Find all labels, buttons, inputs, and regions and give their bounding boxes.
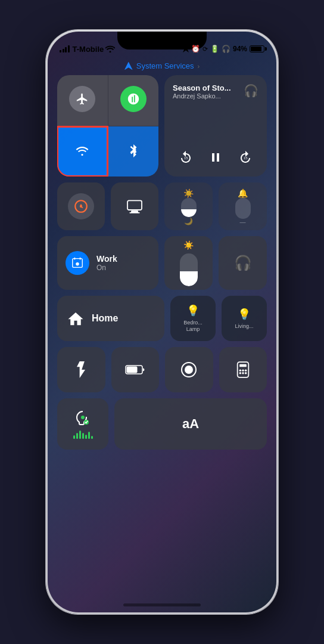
focus-work-button[interactable]: Work On [57,236,158,290]
svg-point-22 [81,416,85,419]
connectivity-block [57,75,158,177]
cellular-icon [127,92,140,106]
brightness-slider-tile[interactable]: ☀️ [164,236,213,290]
calculator-icon [236,361,250,378]
svg-point-21 [245,372,247,374]
volume-icon: 🔔 [238,188,248,198]
blank-tile-2: 🔔 — [219,182,267,230]
living-lamp-button[interactable]: 💡 Living... [222,296,267,341]
orientation-lock-button[interactable] [57,182,105,230]
battery-status-icon [125,364,145,375]
brightness-fill [180,271,198,286]
svg-point-18 [245,369,247,371]
brightness-track [180,253,198,286]
home-label: Home [92,313,118,324]
battery-status-button[interactable] [111,347,160,392]
svg-rect-8 [80,258,81,260]
chevron-right-icon: › [198,63,200,70]
calculator-button[interactable] [219,347,267,392]
alarm-icon: ⏰ [191,45,200,53]
sun-bright-icon: ☀️ [183,240,194,250]
lamp-icon: 💡 [186,304,200,317]
bluetooth-icon-circle [120,137,147,163]
bluetooth-icon [128,143,139,157]
row-6: aA [57,398,267,450]
home-button[interactable]: Home [57,296,164,341]
bluetooth-button[interactable] [108,126,159,177]
airpods-small-icon: 🎧 [234,255,252,271]
focus-text: Work On [96,254,117,272]
row-4: Home 💡 Bedro... Lamp 💡 Living... [57,296,267,341]
screen-mirror-icon [126,199,144,213]
now-playing-title: Season of Sto... [173,83,231,92]
now-playing-controls: 15 15 [173,147,258,168]
focus-title: Work [96,254,117,264]
sync-icon: ⟳ [202,45,208,53]
headphone-icon: 🎧 [222,45,230,53]
svg-point-20 [242,372,244,374]
flashlight-button[interactable] [57,347,105,392]
airplane-icon [76,92,89,106]
accessibility-icon [73,409,92,428]
pause-button[interactable] [205,147,226,168]
svg-point-19 [239,372,241,374]
sound-bars [73,431,93,439]
control-center: Season of Sto... Andrzej Sapko... 🎧 15 [48,75,276,450]
battery-indicator [250,45,264,52]
cellular-icon-circle [120,86,147,112]
screen-record-icon [180,361,197,378]
airpods-icon: 🎧 [244,83,258,98]
signal-bars [60,45,70,52]
row-3: Work On ☀️ 🎧 [57,236,267,290]
status-right: ⏰ ⟳ 🔋 🎧 94% [183,45,264,53]
living-lamp-icon: 💡 [238,308,251,321]
screen-record-button[interactable] [165,347,213,392]
blank-tile-1: ☀️ 🌙 [164,182,213,230]
now-playing-tile[interactable]: Season of Sto... Andrzej Sapko... 🎧 15 [164,75,267,177]
location-bar[interactable]: System Services › [48,58,276,75]
bedroom-lamp-button[interactable]: 💡 Bedro... Lamp [170,296,216,341]
row-1: Season of Sto... Andrzej Sapko... 🎧 15 [57,75,267,177]
wifi-icon [74,144,90,156]
location-arrow-icon [124,62,133,70]
text-size-button[interactable]: aA [114,398,267,450]
bedroom-lamp-label: Bedro... Lamp [183,320,202,333]
row-5 [57,347,267,392]
airpods-volume-tile[interactable]: 🎧 [219,236,267,290]
fast-forward-button[interactable]: 15 [235,147,256,168]
sun-icon: ☀️ [183,188,194,198]
airplane-mode-button[interactable] [57,75,108,126]
row-2: ☀️ 🌙 🔔 — [57,182,267,230]
svg-rect-3 [127,200,142,210]
airplane-icon-circle [69,86,95,112]
svg-point-9 [76,262,79,266]
wifi-icon-circle [69,137,95,163]
text-size-label: aA [182,416,199,432]
status-left: T-Mobile [60,45,115,54]
location-icon-status [183,45,189,52]
accessibility-button[interactable] [57,398,108,450]
now-playing-info: Season of Sto... Andrzej Sapko... [173,83,231,100]
battery-percent: 94% [233,45,247,53]
battery-icon-status: 🔋 [210,45,219,53]
svg-point-17 [242,369,244,371]
home-icon [67,310,85,327]
moon-icon: 🌙 [184,217,193,225]
carrier-name: T-Mobile [73,45,104,54]
rewind-button[interactable]: 15 [175,147,197,168]
now-playing-artist: Andrzej Sapko... [173,92,231,100]
svg-text:15: 15 [184,156,188,160]
now-playing-top: Season of Sto... Andrzej Sapko... 🎧 [173,83,258,100]
svg-point-16 [239,369,241,371]
wifi-button[interactable] [57,126,108,177]
status-bar: T-Mobile ⏰ ⟳ 🔋 🎧 94% [48,32,276,58]
home-indicator [123,603,201,606]
focus-work-icon [66,251,89,275]
living-lamp-label: Living... [235,323,253,330]
phone-screen: T-Mobile ⏰ ⟳ 🔋 🎧 94% [48,32,276,612]
orientation-lock-icon [68,193,94,219]
svg-rect-7 [74,258,76,260]
svg-point-13 [185,366,193,374]
screen-mirror-button[interactable] [111,182,158,230]
cellular-data-button[interactable] [108,75,159,126]
